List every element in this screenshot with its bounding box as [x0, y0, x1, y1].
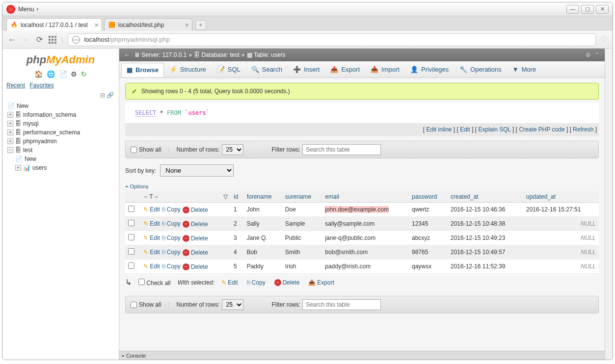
row-edit[interactable]: ✎ Edit: [143, 249, 160, 256]
bulk-edit[interactable]: ✎ Edit: [221, 279, 238, 286]
table-icon: ▦: [247, 52, 252, 58]
show-all-checkbox-bottom[interactable]: [131, 302, 137, 308]
col-id[interactable]: id: [231, 191, 244, 203]
tab-structure[interactable]: ⚡Structure: [164, 62, 212, 77]
tab-sql[interactable]: 📝SQL: [212, 62, 246, 77]
collapse-icon[interactable]: ⊟: [100, 92, 105, 99]
cell-created-at: 2016-12-15 10:46:36: [448, 203, 523, 217]
docs-icon[interactable]: 📄: [59, 70, 67, 78]
home-icon[interactable]: 🏠: [34, 70, 43, 78]
tab-operations[interactable]: 🔧Operations: [454, 62, 507, 77]
check-all-checkbox[interactable]: [138, 279, 145, 285]
explain-sql-link[interactable]: Explain SQL: [479, 126, 511, 133]
show-all-checkbox[interactable]: [131, 147, 137, 153]
row-copy[interactable]: ⎘ Copy: [162, 249, 181, 256]
num-rows-select-bottom[interactable]: 25: [222, 299, 243, 310]
bulk-export[interactable]: 📤 Export: [308, 279, 334, 286]
tab-close-icon[interactable]: ×: [185, 21, 189, 29]
row-checkbox[interactable]: [128, 220, 134, 226]
bc-server[interactable]: 127.0.0.1: [162, 52, 187, 58]
browser-tab-1[interactable]: 🟧 localhost/test.php ×: [104, 18, 192, 31]
url-field[interactable]: localhost/phpmyadmin/sql.php: [68, 33, 596, 46]
collapse-nav-icon[interactable]: ←: [124, 52, 130, 58]
back-button[interactable]: ←: [7, 35, 16, 44]
tree-db-current[interactable]: −🗄test: [4, 146, 117, 155]
col-surename[interactable]: surename: [282, 191, 322, 203]
row-delete[interactable]: − Delete: [183, 235, 208, 242]
col-email[interactable]: email: [322, 191, 409, 203]
bulk-copy[interactable]: ⎘ Copy: [247, 279, 266, 286]
row-checkbox[interactable]: [128, 206, 134, 212]
filter-input-bottom[interactable]: [302, 299, 381, 310]
cell-password: 12345: [409, 217, 448, 231]
tree-new-table[interactable]: 📄New: [4, 155, 117, 163]
link-icon[interactable]: 🔗: [107, 92, 114, 99]
reload-nav-icon[interactable]: ↻: [81, 70, 87, 78]
tree-db[interactable]: +🗄mysql: [4, 119, 117, 128]
col-password[interactable]: password: [409, 191, 448, 203]
tab-export[interactable]: 📤Export: [325, 62, 365, 77]
tab-import[interactable]: 📥Import: [365, 62, 405, 77]
recent-link[interactable]: Recent: [6, 82, 25, 89]
gear-icon[interactable]: ⚙: [586, 52, 591, 58]
tab-close-icon[interactable]: ×: [95, 21, 99, 29]
settings-icon[interactable]: ⚙: [71, 70, 77, 78]
num-rows-select[interactable]: 25: [222, 144, 243, 155]
forward-button[interactable]: →: [21, 35, 30, 44]
filter-input[interactable]: [302, 144, 381, 155]
apps-icon[interactable]: [49, 36, 56, 44]
close-button[interactable]: ✕: [596, 5, 609, 14]
maximize-button[interactable]: ▢: [581, 5, 594, 14]
col-created-at[interactable]: created_at: [448, 191, 523, 203]
col-updated-at[interactable]: updated_at: [523, 191, 599, 203]
edit-sql-link[interactable]: Edit: [460, 126, 470, 133]
row-copy[interactable]: ⎘ Copy: [162, 234, 181, 241]
row-copy[interactable]: ⎘ Copy: [162, 220, 181, 227]
tab-privileges[interactable]: 👤Privileges: [405, 62, 454, 77]
tab-more[interactable]: ▼More: [507, 62, 542, 77]
tab-search[interactable]: 🔍Search: [246, 62, 288, 77]
tree-db[interactable]: +🗄performance_schema: [4, 128, 117, 137]
row-edit[interactable]: ✎ Edit: [143, 263, 160, 270]
console-bar[interactable]: ▪ Console: [119, 351, 605, 360]
row-copy[interactable]: ⎘ Copy: [162, 263, 181, 270]
row-checkbox[interactable]: [128, 262, 134, 269]
row-edit[interactable]: ✎ Edit: [143, 220, 160, 227]
reload-button[interactable]: ⟳: [35, 35, 44, 44]
logout-icon[interactable]: 🌐: [47, 70, 55, 78]
bc-table[interactable]: users: [271, 52, 285, 58]
menu-button[interactable]: Menu: [18, 5, 39, 13]
structure-icon: ⚡: [169, 66, 177, 73]
bookmark-icon[interactable]: ♡: [601, 35, 608, 44]
collapse-icon[interactable]: ⌃: [595, 52, 600, 58]
row-edit[interactable]: ✎ Edit: [143, 206, 160, 213]
refresh-link[interactable]: Refresh: [573, 126, 593, 133]
browser-tab-0[interactable]: 🔥 localhost / 127.0.0.1 / test ×: [6, 18, 102, 31]
edit-inline-link[interactable]: Edit inline: [426, 126, 452, 133]
tree-db[interactable]: +🗄phpmyadmin: [4, 137, 117, 146]
create-php-link[interactable]: Create PHP code: [519, 126, 564, 133]
col-forename[interactable]: forename: [244, 191, 282, 203]
sort-key-select[interactable]: None: [160, 164, 234, 177]
new-tab-button[interactable]: +: [195, 20, 206, 30]
row-delete[interactable]: − Delete: [183, 221, 208, 228]
row-delete[interactable]: − Delete: [183, 263, 208, 270]
tab-insert[interactable]: ➕Insert: [288, 62, 325, 77]
favorites-link[interactable]: Favorites: [29, 82, 53, 89]
bulk-delete[interactable]: − Delete: [274, 279, 300, 286]
vertical-scrollbar[interactable]: [605, 49, 613, 360]
row-copy[interactable]: ⎘ Copy: [162, 206, 181, 213]
row-edit[interactable]: ✎ Edit: [143, 234, 160, 241]
tree-table-users[interactable]: +📊users: [4, 163, 117, 172]
tree-db[interactable]: +🗄information_schema: [4, 110, 117, 119]
row-delete[interactable]: − Delete: [183, 207, 208, 213]
row-delete[interactable]: − Delete: [183, 249, 208, 256]
tree-new-db[interactable]: 📄New: [4, 102, 117, 110]
options-link[interactable]: + Options: [125, 183, 599, 189]
minimize-button[interactable]: —: [566, 5, 579, 14]
row-checkbox[interactable]: [128, 234, 134, 240]
bc-database[interactable]: test: [230, 52, 240, 58]
col-actions[interactable]: ←T→ ▽: [140, 191, 231, 203]
row-checkbox[interactable]: [128, 248, 134, 255]
tab-browse[interactable]: ▦Browse: [121, 63, 164, 77]
